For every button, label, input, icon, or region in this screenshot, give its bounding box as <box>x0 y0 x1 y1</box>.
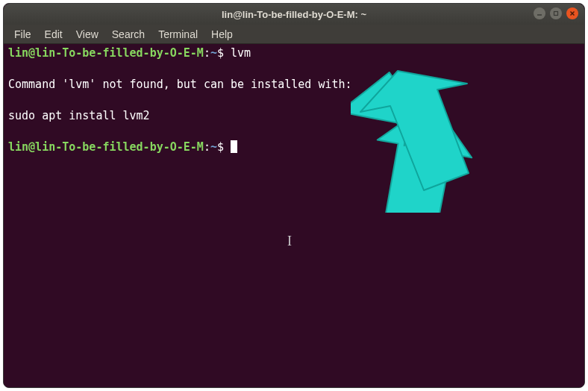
terminal-window: lin@lin-To-be-filled-by-O-E-M: ~ File Ed… <box>3 3 585 388</box>
terminal-output: Command 'lvm' not found, but can be inst… <box>8 77 580 93</box>
terminal-output: sudo apt install lvm2 <box>8 108 580 124</box>
maximize-button[interactable] <box>550 7 562 19</box>
menu-terminal[interactable]: Terminal <box>152 26 204 43</box>
prompt-dollar: $ <box>217 140 231 154</box>
menu-search[interactable]: Search <box>106 26 151 43</box>
prompt-user: lin@lin-To-be-filled-by-O-E-M <box>8 46 204 60</box>
prompt-colon: : <box>204 140 210 154</box>
prompt-path: ~ <box>210 46 217 60</box>
menu-file[interactable]: File <box>8 26 37 43</box>
command-text: lvm <box>231 46 251 60</box>
prompt-path: ~ <box>210 140 217 154</box>
minimize-icon <box>537 10 542 16</box>
minimize-button[interactable] <box>534 7 545 19</box>
terminal-line: lin@lin-To-be-filled-by-O-E-M:~$ lvm <box>8 46 580 61</box>
menu-edit[interactable]: Edit <box>39 26 69 43</box>
ibeam-cursor-icon: I <box>287 234 292 249</box>
titlebar: lin@lin-To-be-filled-by-O-E-M: ~ <box>4 4 584 25</box>
terminal-line-blank <box>8 93 580 108</box>
prompt-user: lin@lin-To-be-filled-by-O-E-M <box>8 140 204 154</box>
close-button[interactable] <box>566 7 578 19</box>
maximize-icon <box>553 10 559 16</box>
close-icon <box>569 10 575 16</box>
prompt-colon: : <box>204 46 210 60</box>
terminal-body[interactable]: lin@lin-To-be-filled-by-O-E-M:~$ lvm Com… <box>4 44 584 387</box>
svg-rect-1 <box>554 12 558 16</box>
menu-view[interactable]: View <box>70 26 104 43</box>
terminal-line-blank <box>8 124 580 140</box>
menubar: File Edit View Search Terminal Help <box>4 25 584 44</box>
terminal-line: lin@lin-To-be-filled-by-O-E-M:~$ <box>8 140 580 155</box>
menu-help[interactable]: Help <box>205 26 239 43</box>
prompt-dollar: $ <box>217 46 231 60</box>
window-title: lin@lin-To-be-filled-by-O-E-M: ~ <box>222 9 366 20</box>
window-controls <box>534 7 578 19</box>
terminal-line-blank <box>8 61 580 77</box>
terminal-cursor <box>231 140 237 153</box>
